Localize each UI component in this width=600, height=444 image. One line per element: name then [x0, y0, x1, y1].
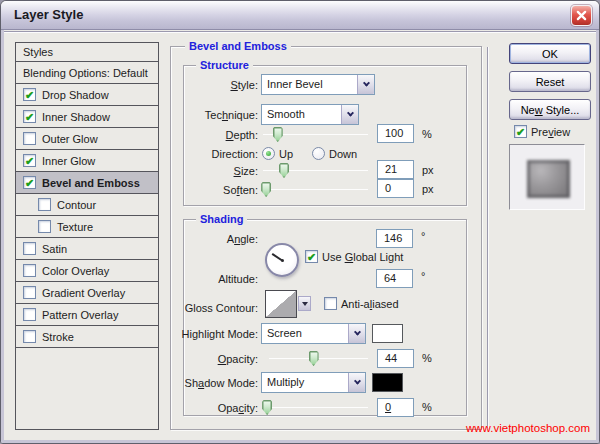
- depth-slider-thumb[interactable]: [273, 127, 283, 142]
- angle-input[interactable]: 146: [376, 229, 413, 248]
- sidebar-item-blending-options[interactable]: Blending Options: Default: [16, 62, 158, 84]
- close-button[interactable]: [571, 5, 592, 26]
- soften-input[interactable]: 0: [377, 179, 414, 198]
- preview-label: Preview: [531, 126, 570, 138]
- checkbox-inner-glow[interactable]: ✔: [23, 154, 36, 167]
- style-dropdown[interactable]: Inner Bevel: [261, 74, 375, 95]
- shadow-opacity-unit: %: [422, 401, 432, 413]
- titlebar-separator: [4, 31, 596, 33]
- anti-aliased-checkbox[interactable]: [324, 297, 337, 310]
- triangle-down-icon: [302, 302, 308, 306]
- sidebar-item-contour[interactable]: Contour: [16, 194, 158, 216]
- check-icon: ✔: [307, 252, 316, 262]
- chevron-down-icon[interactable]: [348, 373, 365, 392]
- style-label: Style:: [148, 79, 258, 91]
- check-icon: ✔: [516, 127, 525, 137]
- sidebar-item-outer-glow[interactable]: Outer Glow: [16, 128, 158, 150]
- angle-dial[interactable]: [265, 243, 299, 277]
- direction-up-radio[interactable]: [262, 147, 275, 160]
- size-input[interactable]: 21: [377, 160, 414, 179]
- depth-label: Depth:: [148, 129, 258, 141]
- check-icon: ✔: [25, 178, 34, 188]
- preview-panel: [509, 144, 585, 210]
- checkbox-texture[interactable]: [38, 220, 51, 233]
- chevron-down-icon[interactable]: [348, 324, 365, 343]
- opacity-slider[interactable]: [269, 351, 368, 366]
- checkbox-contour[interactable]: [38, 198, 51, 211]
- reset-button[interactable]: Reset: [509, 71, 591, 92]
- gloss-contour-picker-button[interactable]: [298, 296, 311, 311]
- technique-dropdown[interactable]: Smooth: [261, 104, 359, 125]
- new-style-button[interactable]: New Style...: [509, 99, 591, 120]
- checkbox-satin[interactable]: [23, 242, 36, 255]
- shadow-opacity-input[interactable]: 0: [377, 398, 414, 417]
- close-icon: [576, 10, 587, 21]
- direction-label: Direction:: [148, 148, 258, 160]
- sidebar-item-color-overlay[interactable]: Color Overlay: [16, 260, 158, 282]
- chevron-down-icon[interactable]: [341, 105, 358, 124]
- technique-label: Technique:: [148, 109, 258, 121]
- checkbox-color-overlay[interactable]: [23, 264, 36, 277]
- style-dropdown-value: Inner Bevel: [267, 78, 323, 90]
- shadow-opacity-slider-thumb[interactable]: [262, 400, 272, 415]
- highlight-mode-dropdown[interactable]: Screen: [261, 323, 366, 344]
- checkbox-drop-shadow[interactable]: ✔: [23, 88, 36, 101]
- panel-buttons-separator: [487, 47, 489, 428]
- ok-button[interactable]: OK: [509, 43, 591, 64]
- checkbox-bevel-and-emboss[interactable]: ✔: [23, 176, 36, 189]
- styles-list-header[interactable]: Styles: [16, 43, 158, 62]
- title-bar[interactable]: Layer Style: [1, 1, 599, 30]
- sidebar-item-gradient-overlay[interactable]: Gradient Overlay: [16, 282, 158, 304]
- sidebar-item-inner-glow[interactable]: ✔Inner Glow: [16, 150, 158, 172]
- angle-unit: °: [421, 230, 425, 242]
- check-icon: ✔: [25, 90, 34, 100]
- styles-list-filler: [16, 348, 158, 429]
- sidebar-item-bevel-and-emboss[interactable]: ✔Bevel and Emboss: [16, 172, 158, 194]
- opacity-input[interactable]: 44: [377, 349, 414, 368]
- soften-slider[interactable]: [263, 182, 368, 197]
- check-icon: ✔: [25, 112, 34, 122]
- watermark: www.vietphotoshop.com: [466, 422, 590, 434]
- sidebar-item-drop-shadow[interactable]: ✔Drop Shadow: [16, 84, 158, 106]
- shadow-color-swatch[interactable]: [372, 373, 403, 392]
- depth-slider[interactable]: [263, 127, 368, 142]
- size-label: Size:: [148, 165, 258, 177]
- technique-dropdown-value: Smooth: [267, 108, 305, 120]
- sidebar-item-stroke[interactable]: Stroke: [16, 326, 158, 348]
- direction-down-label: Down: [329, 148, 357, 160]
- opacity-slider-thumb[interactable]: [309, 351, 319, 366]
- use-global-light-checkbox[interactable]: ✔: [305, 250, 318, 263]
- gloss-contour-label: Gloss Contour:: [148, 302, 258, 314]
- sidebar-item-inner-shadow[interactable]: ✔Inner Shadow: [16, 106, 158, 128]
- chevron-down-icon[interactable]: [357, 75, 374, 94]
- size-unit: px: [422, 164, 434, 176]
- checkbox-gradient-overlay[interactable]: [23, 286, 36, 299]
- highlight-mode-value: Screen: [267, 327, 302, 339]
- sidebar-item-pattern-overlay[interactable]: Pattern Overlay: [16, 304, 158, 326]
- highlight-color-swatch[interactable]: [372, 324, 403, 343]
- panel-title: Bevel and Emboss: [185, 40, 291, 52]
- checkbox-inner-shadow[interactable]: ✔: [23, 110, 36, 123]
- checkbox-outer-glow[interactable]: [23, 132, 36, 145]
- altitude-input[interactable]: 64: [376, 269, 413, 288]
- shadow-opacity-slider[interactable]: [264, 400, 368, 415]
- size-slider-thumb[interactable]: [279, 163, 289, 178]
- angle-dial-center: [281, 259, 284, 262]
- sidebar-item-satin[interactable]: Satin: [16, 238, 158, 260]
- preview-checkbox[interactable]: ✔: [514, 125, 527, 138]
- gloss-contour-thumbnail[interactable]: [265, 290, 297, 318]
- sidebar-item-texture[interactable]: Texture: [16, 216, 158, 238]
- size-slider[interactable]: [263, 163, 368, 178]
- layer-style-dialog: Layer Style Styles Blending Options: Def…: [0, 0, 600, 444]
- checkbox-stroke[interactable]: [23, 330, 36, 343]
- styles-list: Styles Blending Options: Default ✔Drop S…: [15, 42, 159, 430]
- opacity-unit: %: [422, 352, 432, 364]
- highlight-mode-label: Highlight Mode:: [148, 328, 258, 340]
- shadow-mode-dropdown[interactable]: Multiply: [261, 372, 366, 393]
- opacity-label: Opacity:: [148, 353, 258, 365]
- direction-down-radio[interactable]: [312, 147, 325, 160]
- soften-slider-thumb[interactable]: [261, 182, 271, 197]
- depth-input[interactable]: 100: [377, 124, 414, 143]
- shadow-mode-label: Shadow Mode:: [148, 377, 258, 389]
- checkbox-pattern-overlay[interactable]: [23, 308, 36, 321]
